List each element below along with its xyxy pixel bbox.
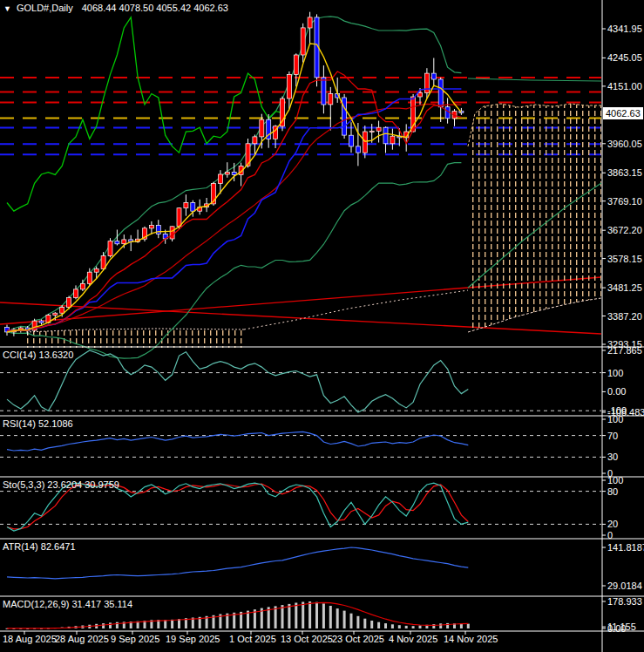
candle-body bbox=[108, 241, 112, 256]
chart-window: ▼GOLD#,Daily4068.44 4078.50 4055.42 4062… bbox=[0, 0, 644, 652]
candle-body bbox=[225, 173, 229, 174]
candle-body bbox=[74, 289, 78, 298]
candlestick-series bbox=[5, 12, 464, 336]
candle-body bbox=[349, 135, 354, 146]
macd-histogram-bar bbox=[377, 622, 380, 628]
macd-histogram-bar bbox=[178, 619, 180, 628]
macd-histogram-bar bbox=[288, 604, 290, 628]
candle-body bbox=[356, 146, 360, 153]
price-tick-label: 3293.15 bbox=[607, 339, 642, 350]
symbol-title: GOLD#,Daily bbox=[17, 3, 73, 13]
candle-body bbox=[177, 208, 181, 227]
price-tick-label: 3863.15 bbox=[607, 167, 642, 178]
candle-body bbox=[369, 131, 374, 132]
price-tick-label: 3578.15 bbox=[607, 254, 642, 264]
candle-body bbox=[253, 137, 257, 144]
macd-histogram-bar bbox=[405, 626, 408, 628]
band-extension-line bbox=[468, 78, 601, 81]
stochastic-main-line bbox=[7, 483, 468, 531]
date-label: 19 Sep 2025 bbox=[166, 634, 220, 644]
rsi-scale-label: 100 bbox=[607, 414, 623, 424]
macd-histogram-bar bbox=[384, 623, 387, 628]
candle-body bbox=[390, 136, 395, 144]
atr-indicator-label: ATR(14) 82.6471 bbox=[3, 541, 76, 552]
stochastic-signal-line bbox=[7, 484, 468, 529]
macd-histogram-bar bbox=[446, 623, 449, 628]
candle-body bbox=[94, 268, 98, 272]
rsi-line bbox=[7, 431, 468, 451]
macd-scale-label: 0.00 bbox=[607, 623, 626, 634]
date-label: 4 Nov 2025 bbox=[389, 634, 437, 644]
candle-body bbox=[232, 173, 236, 175]
macd-scale-label: 178.933 bbox=[607, 596, 642, 607]
candle-body bbox=[260, 119, 264, 137]
sto-scale-label: 100 bbox=[607, 475, 623, 486]
candle-body bbox=[438, 79, 443, 107]
macd-histogram-bar bbox=[102, 623, 105, 628]
candle-body bbox=[329, 94, 333, 105]
rsi-scale-label: 30 bbox=[607, 452, 618, 462]
ichimoku-cloud-future bbox=[468, 104, 601, 332]
macd-histogram-bar bbox=[363, 619, 366, 628]
macd-histogram-bar bbox=[164, 620, 166, 628]
candle-body bbox=[53, 313, 58, 315]
rsi-indicator-label: RSI(14) 52.1086 bbox=[3, 418, 73, 429]
date-label: 13 Oct 2025 bbox=[281, 634, 333, 644]
candle-body bbox=[122, 240, 126, 244]
candle-body bbox=[431, 73, 436, 79]
macd-histogram-bar bbox=[109, 622, 112, 628]
candle-body bbox=[376, 127, 381, 131]
date-label: 28 Aug 2025 bbox=[55, 634, 109, 644]
sto-scale-label: 20 bbox=[607, 519, 618, 529]
macd-histogram-bar bbox=[439, 623, 442, 628]
collapse-arrow-icon[interactable]: ▼ bbox=[3, 3, 11, 15]
macd-histogram-bar bbox=[171, 620, 173, 628]
cci-indicator-label: CCI(14) 13.6320 bbox=[3, 350, 73, 360]
macd-histogram-bar bbox=[467, 624, 470, 628]
macd-histogram-bar bbox=[419, 626, 422, 629]
sto-scale-label: 80 bbox=[607, 486, 618, 497]
candle-body bbox=[80, 283, 85, 289]
macd-histogram-bar bbox=[398, 625, 401, 628]
macd-histogram-bar bbox=[315, 602, 318, 628]
candle-body bbox=[383, 127, 388, 144]
macd-histogram-bar bbox=[302, 602, 304, 629]
candle-body bbox=[322, 78, 326, 105]
chart-canvas[interactable] bbox=[0, 0, 644, 652]
candle-body bbox=[363, 132, 367, 153]
price-tick-label: 3769.10 bbox=[607, 196, 642, 207]
date-label: 1 Oct 2025 bbox=[229, 634, 276, 644]
candle-body bbox=[218, 174, 222, 183]
symbol-title-bar: ▼GOLD#,Daily4068.44 4078.50 4055.42 4062… bbox=[3, 3, 228, 15]
stochastic-indicator-label: Sto(5,3,3) 23.6204 30.9759 bbox=[3, 479, 119, 490]
rsi-scale-label: 70 bbox=[607, 431, 618, 441]
candle-body bbox=[445, 107, 450, 119]
candle-body bbox=[39, 321, 44, 323]
macd-histogram-bar bbox=[281, 605, 284, 628]
macd-histogram-bar bbox=[343, 611, 346, 628]
candle-body bbox=[424, 73, 429, 92]
date-label: 14 Nov 2025 bbox=[444, 634, 498, 644]
price-tick-label: 3672.20 bbox=[607, 225, 642, 235]
price-tick-label: 4151.00 bbox=[607, 81, 642, 92]
current-price-tag: 4062.63 bbox=[603, 107, 643, 119]
date-label: 23 Oct 2025 bbox=[332, 634, 384, 644]
candle-body bbox=[115, 241, 119, 244]
cci-line bbox=[7, 350, 468, 412]
macd-histogram-bar bbox=[350, 614, 353, 628]
price-tick-label: 3481.25 bbox=[607, 282, 642, 293]
candle-body bbox=[287, 74, 291, 98]
candle-body bbox=[301, 28, 305, 55]
candle-body bbox=[294, 55, 298, 74]
cci-scale-label: 100 bbox=[607, 368, 623, 378]
price-tick-label: 4245.05 bbox=[607, 52, 642, 63]
macd-indicator-label: MACD(12,26,9) 31.417 35.114 bbox=[3, 599, 132, 609]
candle-body bbox=[418, 93, 423, 98]
candle-body bbox=[308, 17, 312, 28]
macd-histogram-bar bbox=[322, 603, 325, 628]
price-tick-label: 4341.95 bbox=[607, 24, 642, 34]
macd-histogram-bar bbox=[329, 606, 332, 628]
candle-body bbox=[67, 298, 71, 308]
atr-scale-label: 141.8187 bbox=[607, 542, 644, 553]
sto-scale-label: 0 bbox=[607, 530, 613, 540]
